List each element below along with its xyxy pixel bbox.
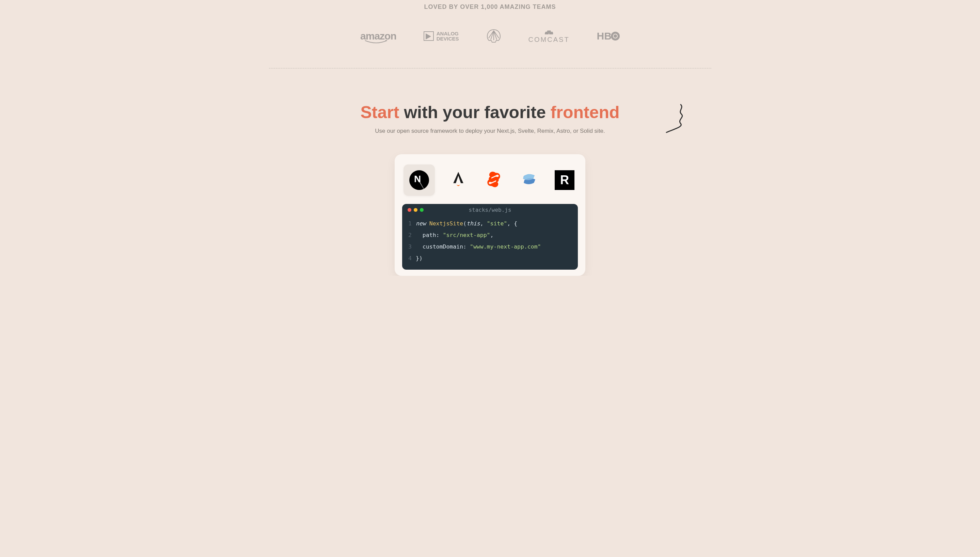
analog-triangle-icon	[423, 31, 434, 41]
hbo-b: B	[604, 30, 611, 42]
section-heading: Start with your favorite frontend	[245, 103, 735, 122]
tab-nextjs[interactable]	[404, 164, 435, 196]
tab-svelte[interactable]	[482, 168, 506, 192]
nextjs-icon	[409, 170, 429, 190]
hbo-logo: HB	[597, 30, 620, 42]
heading-accent-start: Start	[360, 103, 399, 122]
peacock-icon	[544, 28, 554, 35]
amazon-smile-icon	[365, 40, 388, 44]
line-number: 1	[408, 219, 416, 228]
analog-label-bottom: DEVICES	[436, 36, 459, 41]
heading-accent-frontend: frontend	[550, 103, 620, 122]
code-line: 4})	[402, 252, 578, 264]
line-number: 2	[408, 231, 416, 240]
terminal-body: 1new NextjsSite(this, "site", {2 path: "…	[402, 216, 578, 270]
heading-mid: with your favorite	[399, 103, 550, 122]
section-divider	[269, 68, 711, 68]
remix-icon: R	[555, 170, 575, 190]
tab-astro[interactable]	[446, 168, 470, 192]
astro-icon	[451, 171, 466, 189]
code-content: new NextjsSite(this, "site", {	[416, 219, 517, 228]
svelte-icon	[486, 171, 501, 189]
code-line: 3 customDomain: "www.my-next-app.com"	[402, 241, 578, 252]
analog-devices-logo: ANALOG DEVICES	[423, 31, 459, 41]
analog-label-top: ANALOG	[436, 31, 459, 36]
squiggle-decoration-icon	[664, 103, 687, 134]
line-number: 4	[408, 254, 416, 263]
terminal-header: stacks/web.js	[402, 204, 578, 216]
code-content: path: "src/next-app",	[416, 231, 494, 240]
code-line: 2 path: "src/next-app",	[402, 230, 578, 241]
solid-icon	[522, 171, 537, 189]
code-line: 1new NextjsSite(this, "site", {	[402, 218, 578, 230]
terminal-filename: stacks/web.js	[402, 207, 578, 213]
comcast-logo: COMCAST	[529, 28, 570, 44]
framework-tabs: R	[402, 164, 578, 196]
shell-logo	[486, 29, 501, 44]
framework-card: R stacks/web.js 1new NextjsSite(this, "s…	[395, 154, 585, 276]
tab-solid[interactable]	[517, 168, 541, 192]
code-content: customDomain: "www.my-next-app.com"	[416, 242, 541, 252]
hbo-o-icon	[611, 32, 620, 41]
comcast-wordmark: COMCAST	[529, 36, 570, 44]
tab-remix[interactable]: R	[553, 168, 576, 192]
hbo-h: H	[597, 30, 604, 42]
section-subheading: Use our open source framework to deploy …	[245, 128, 735, 135]
loved-by-heading: LOVED BY OVER 1,000 AMAZING TEAMS	[245, 0, 735, 11]
amazon-logo: amazon	[360, 30, 396, 42]
code-content: })	[416, 254, 423, 263]
team-logos-row: amazon ANALOG DEVICES COMCAST HB	[245, 28, 735, 44]
code-terminal: stacks/web.js 1new NextjsSite(this, "sit…	[402, 204, 578, 270]
line-number: 3	[408, 242, 416, 252]
